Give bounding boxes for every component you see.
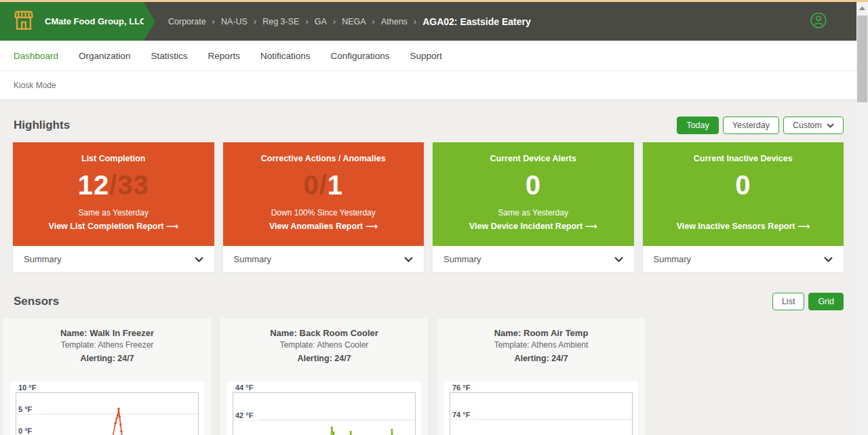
view-inactive-sensors-report-link[interactable]: View Inactive Sensors Report ⟶ [643,221,844,231]
sensor-template: Template: Athens Freezer [3,340,211,350]
temperature-chart: 10 °F5 °F0 °F [10,381,204,435]
summary-expander[interactable]: Summary [223,246,425,272]
sensor-alerting: Alerting: 24/7 [3,354,211,363]
chevron-down-icon [827,123,834,128]
breadcrumb-item[interactable]: NA-US [221,17,248,26]
breadcrumb: Corporate › NA-US › Reg 3-SE › GA › NEGA… [168,16,531,27]
nav-item-configurations[interactable]: Configurations [330,51,389,61]
value-primary: 0 [735,170,751,200]
card-subtitle: Down 100% Since Yesterday [223,208,425,218]
custom-button[interactable]: Custom [783,117,844,134]
view-device-incident-report-link[interactable]: View Device Incident Report ⟶ [433,221,634,231]
date-range-buttons: Today Yesterday Custom [677,117,844,134]
chevron-down-icon [824,257,833,262]
company-logo[interactable]: CMate Food Group, LLC [0,2,144,41]
breadcrumb-item[interactable]: Athens [381,17,408,26]
sensor-name: Name: Walk In Freezer [3,328,211,338]
nav-item-reports[interactable]: Reports [208,51,240,61]
breadcrumb-item[interactable]: Reg 3-SE [262,17,299,26]
temperature-chart: 44 °F42 °F40 °F [227,381,421,435]
card-title: List Completion [13,154,214,163]
svg-text:0 °F: 0 °F [18,427,33,435]
card-title: Current Device Alerts [433,154,634,163]
sensors-header: Sensors List Grid [0,272,868,318]
summary-label: Summary [443,254,481,264]
value-secondary: 1 [328,170,343,200]
sensor-name: Name: Room Air Temp [437,328,645,338]
temperature-chart: 76 °F74 °F72 °F [444,381,638,435]
breadcrumb-separator: › [414,16,416,26]
breadcrumb-item[interactable]: Corporate [168,17,206,26]
sensor-name: Name: Back Room Cooler [220,328,428,338]
summary-expander[interactable]: Summary [643,246,844,272]
yesterday-button[interactable]: Yesterday [723,117,779,134]
device-alerts-card: Current Device Alerts 0 Same as Yesterda… [433,142,634,272]
sensor-template: Template: Athens Ambient [437,340,645,350]
company-name: CMate Food Group, LLC [45,16,146,26]
nav-item-notifications[interactable]: Notifications [260,51,311,61]
nav-item-organization[interactable]: Organization [79,51,131,61]
sensor-card-back-room-cooler[interactable]: Name: Back Room Cooler Template: Athens … [220,318,428,435]
breadcrumb-separator: › [305,16,308,26]
sensor-alerting: Alerting: 24/7 [437,354,645,363]
card-value: 12/33 [13,171,214,199]
card-subtitle [643,208,844,218]
highlights-header: Highlights Today Yesterday Custom [0,100,868,142]
scrollbar-thumb[interactable] [857,16,867,102]
card-subtitle: Same as Yesterday [433,208,634,218]
breadcrumb-separator: › [333,16,336,26]
page-scrollbar[interactable] [856,2,868,435]
sensor-card-room-air-temp[interactable]: Name: Room Air Temp Template: Athens Amb… [437,318,645,435]
value-primary: 12 [78,170,110,200]
svg-text:10 °F: 10 °F [18,384,37,392]
view-list-completion-report-link[interactable]: View List Completion Report ⟶ [13,221,214,231]
card-value: 0 [643,171,844,199]
kiosk-mode-bar: Kiosk Mode [0,71,868,100]
breadcrumb-current-location: AGA02: Eastside Eatery [422,16,531,27]
card-value: 0 [433,171,634,199]
today-button[interactable]: Today [677,117,718,134]
sensor-card-walk-in-freezer[interactable]: Name: Walk In Freezer Template: Athens F… [3,318,211,435]
card-title: Corrective Actions / Anomalies [223,154,425,163]
summary-expander[interactable]: Summary [433,246,634,272]
breadcrumb-separator: › [212,16,215,26]
storefront-icon [12,9,35,35]
highlight-cards: List Completion 12/33 Same as Yesterday … [0,142,868,272]
nav-item-support[interactable]: Support [410,51,442,61]
custom-button-label: Custom [793,121,822,130]
scroll-up-arrow-icon[interactable] [856,2,868,14]
main-nav: Dashboard Organization Statistics Report… [0,41,868,71]
user-account-icon[interactable] [810,12,827,32]
nav-item-statistics[interactable]: Statistics [151,51,188,61]
kiosk-mode-toggle[interactable]: Kiosk Mode [14,81,56,90]
list-view-button[interactable]: List [772,293,804,310]
svg-text:44 °F: 44 °F [235,384,254,392]
svg-text:42 °F: 42 °F [235,411,254,419]
breadcrumb-item[interactable]: GA [315,17,327,26]
card-subtitle: Same as Yesterday [13,208,214,218]
svg-text:5 °F: 5 °F [18,405,33,413]
nav-item-dashboard[interactable]: Dashboard [14,51,58,61]
breadcrumb-separator: › [372,16,375,26]
value-primary: 0 [526,170,541,200]
summary-expander[interactable]: Summary [13,246,214,272]
breadcrumb-item[interactable]: NEGA [342,17,366,26]
chevron-down-icon [614,257,623,262]
breadcrumb-separator: › [254,16,256,26]
app-header: CMate Food Group, LLC Corporate › NA-US … [0,2,868,41]
grid-view-button[interactable]: Grid [808,293,844,310]
svg-text:76 °F: 76 °F [452,384,471,392]
summary-label: Summary [24,254,62,264]
view-toggle-buttons: List Grid [772,293,844,310]
sensor-cards: Name: Walk In Freezer Template: Athens F… [0,318,868,435]
card-title: Current Inactive Devices [643,154,844,163]
value-primary: 0/ [303,170,327,200]
list-completion-card: List Completion 12/33 Same as Yesterday … [13,142,214,272]
svg-text:74 °F: 74 °F [452,411,471,419]
sensor-alerting: Alerting: 24/7 [220,354,428,363]
chevron-down-icon [195,257,203,262]
inactive-devices-card: Current Inactive Devices 0 View Inactive… [643,142,844,272]
view-anomalies-report-link[interactable]: View Anomalies Report ⟶ [223,221,425,231]
summary-label: Summary [654,254,692,264]
highlights-title: Highlights [14,119,70,132]
